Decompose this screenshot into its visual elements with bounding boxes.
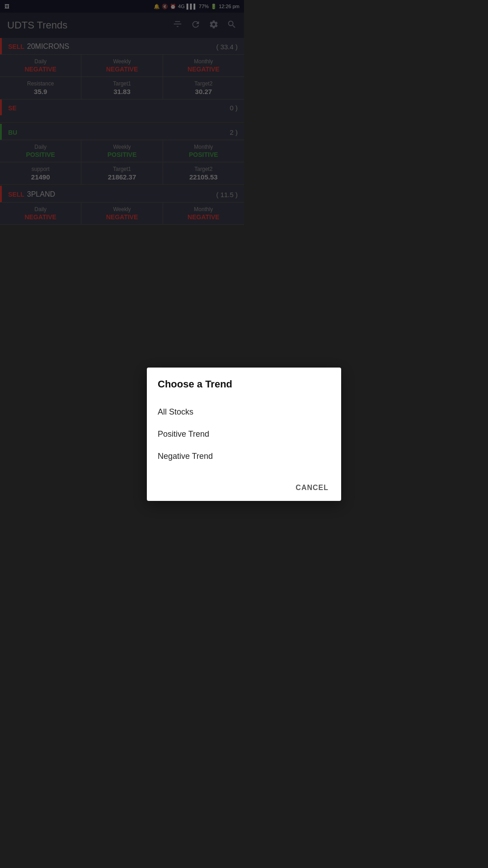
modal-option-all-stocks[interactable]: All Stocks: [158, 401, 244, 423]
choose-trend-modal: Choose a Trend All Stocks Positive Trend…: [147, 368, 244, 434]
modal-overlay[interactable]: Choose a Trend All Stocks Positive Trend…: [0, 0, 244, 434]
modal-title: Choose a Trend: [158, 378, 244, 390]
modal-option-positive-trend[interactable]: Positive Trend: [158, 423, 244, 434]
